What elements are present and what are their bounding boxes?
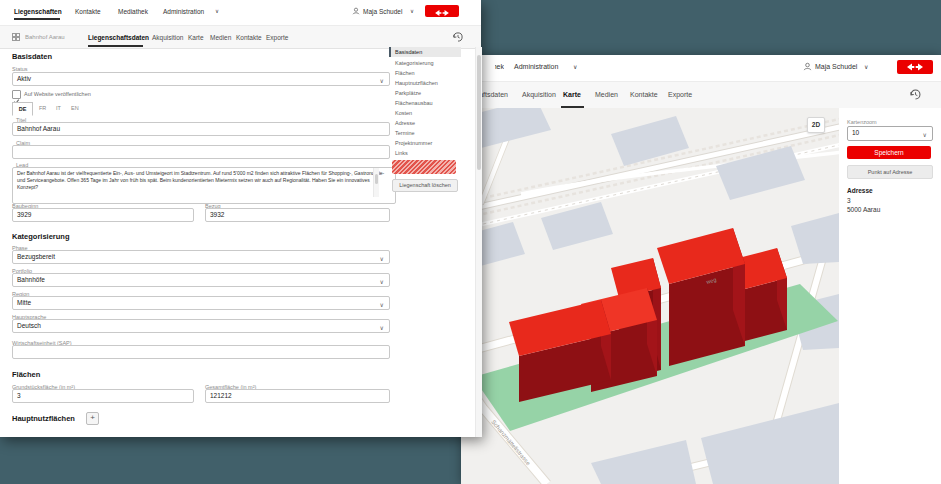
user-menu[interactable]: Maja Schudel	[363, 8, 402, 15]
lang-tab-en[interactable]: EN	[71, 105, 79, 111]
tab-exporte[interactable]: Exporte	[266, 34, 288, 41]
map-side-panel: Kartenzoom 10 Speichern Punkt auf Adress…	[839, 108, 941, 484]
lead-scrollbar[interactable]	[373, 168, 379, 197]
sbb-logo[interactable]	[425, 5, 459, 17]
lang-tab-de[interactable]: DE	[12, 102, 33, 116]
sbb-logo[interactable]	[897, 60, 933, 74]
bezug-input[interactable]: 3932	[205, 208, 390, 222]
adresse-heading: Adresse	[847, 187, 873, 194]
phase-value: Bezugsbereit	[17, 253, 55, 260]
map-canvas[interactable]: Schanzmättelistrasse weg	[461, 108, 839, 484]
tab-akquisition[interactable]: Akquisition	[522, 91, 556, 98]
hauptsprache-select[interactable]: Deutsch	[12, 319, 390, 333]
quicknav-projektnummer[interactable]: Projektnummer	[389, 138, 461, 148]
phase-select[interactable]: Bezugsbereit	[12, 250, 390, 264]
hauptsprache-value: Deutsch	[17, 322, 41, 329]
tab-liegenschaftsdaten[interactable]: Liegenschaftsdaten	[88, 34, 149, 41]
chevron-down-icon: ∨	[864, 63, 868, 70]
nav-administration[interactable]: Administration	[163, 8, 204, 15]
gesamtflaeche-input[interactable]: 121212	[205, 389, 390, 403]
history-icon[interactable]	[452, 31, 464, 43]
map-window-tabbar: Liegenschaftsdaten Akquisition Karte Med…	[461, 81, 941, 110]
kartenzoom-select[interactable]: 10	[847, 126, 933, 141]
user-icon	[803, 62, 812, 71]
quicknav-parkplaetze[interactable]: Parkplätze	[389, 88, 461, 98]
tab-medien[interactable]: Medien	[210, 34, 231, 41]
form-window-tabbar: Bahnhof Aarau Liegenschaftsdaten Akquisi…	[0, 25, 481, 49]
section-hauptnutzflaechen: Hauptnutzflächen	[12, 414, 75, 423]
portfolio-select[interactable]: Bahnhöfe	[12, 273, 390, 287]
nav-kontakte[interactable]: Kontakte	[75, 8, 101, 15]
grundstuecksflaeche-input[interactable]: 3	[12, 389, 194, 403]
lang-tab-it[interactable]: IT	[56, 105, 61, 111]
nav-administration[interactable]: Administration	[514, 63, 558, 70]
sap-input[interactable]	[12, 345, 390, 359]
chevron-down-icon: ∨	[215, 8, 219, 14]
quicknav-hauptnutzflaechen[interactable]: Hauptnutzflächen	[389, 78, 461, 88]
kartenzoom-label: Kartenzoom	[847, 119, 877, 125]
tab-medien[interactable]: Medien	[595, 91, 618, 98]
portfolio-value: Bahnhöfe	[17, 276, 45, 283]
desktop: { "colors":{"accent_red":"#eb0000","dark…	[0, 0, 941, 484]
adresse-line1: 3	[847, 197, 851, 204]
window-scrollbar-thumb[interactable]	[477, 55, 481, 170]
tab-kontakte[interactable]: Kontakte	[236, 34, 262, 41]
liegenschaft-loeschen-button[interactable]: Liegenschaft löschen	[392, 179, 458, 192]
grid-icon[interactable]	[12, 33, 20, 41]
quicknav-kategorisierung[interactable]: Kategorisierung	[389, 58, 461, 68]
add-hauptnutzflaeche-button[interactable]: +	[86, 412, 99, 425]
nav-liegenschaften[interactable]: Liegenschaften	[14, 8, 62, 15]
region-value: Mitte	[17, 299, 31, 306]
chevron-down-icon: ∨	[573, 63, 577, 70]
tab-kontakte[interactable]: Kontakte	[630, 91, 658, 98]
lang-tab-fr[interactable]: FR	[39, 105, 46, 111]
quicknav-termine[interactable]: Termine	[389, 128, 461, 138]
speichern-button[interactable]: Speichern	[847, 146, 931, 159]
baubeginn-input[interactable]: 3929	[12, 208, 194, 222]
user-icon	[352, 7, 360, 15]
sbb-double-arrow-icon	[425, 7, 459, 19]
form-window-topnav: Liegenschaften Kontakte Mediathek Admini…	[0, 0, 481, 25]
quicknav-flaechenausbau[interactable]: Flächenausbau	[389, 98, 461, 108]
region-select[interactable]: Mitte	[12, 296, 390, 310]
publish-checkbox-label: Auf Website veröffentlichen	[24, 91, 91, 97]
titel-input[interactable]: Bahnhof Aarau	[12, 122, 390, 136]
tab-karte[interactable]: Karte	[188, 34, 204, 41]
tab-karte[interactable]: Karte	[563, 91, 581, 98]
map-2d-toggle-button[interactable]: 2D	[807, 117, 825, 133]
quicknav-adresse[interactable]: Adresse	[389, 118, 461, 128]
history-icon[interactable]	[909, 88, 922, 101]
lead-scrollbar-thumb[interactable]	[375, 174, 378, 184]
status-value: Aktiv	[17, 75, 31, 82]
quicknav-links[interactable]: Links	[389, 148, 461, 158]
section-basisdaten: Basisdaten	[12, 52, 52, 61]
kartenzoom-value: 10	[852, 129, 859, 136]
section-flaechen: Flächen	[12, 370, 40, 379]
publish-checkbox[interactable]	[12, 90, 21, 99]
hatched-status-box[interactable]	[392, 160, 456, 174]
chevron-down-icon: ∨	[410, 8, 414, 14]
claim-input[interactable]	[12, 145, 390, 159]
nav-mediathek[interactable]: Mediathek	[118, 8, 148, 15]
sbb-double-arrow-icon	[897, 60, 933, 74]
tab-exporte[interactable]: Exporte	[668, 91, 692, 98]
user-menu[interactable]: Maja Schudel	[815, 63, 857, 70]
quicknav-flaechen[interactable]: Flächen	[389, 68, 461, 78]
map-window-topnav: Mediathek Administration ∨ Maja Schudel …	[461, 55, 941, 81]
status-select[interactable]: Aktiv	[12, 72, 390, 86]
map-window: Mediathek Administration ∨ Maja Schudel …	[461, 55, 941, 484]
active-tab-underline	[88, 45, 143, 47]
active-nav-underline	[14, 18, 60, 20]
breadcrumb: Bahnhof Aarau	[25, 34, 65, 40]
map-3d-scene: Schanzmättelistrasse weg	[461, 108, 839, 484]
section-kategorisierung: Kategorisierung	[12, 232, 70, 241]
form-window: Liegenschaften Kontakte Mediathek Admini…	[0, 0, 481, 437]
quicknav-basisdaten[interactable]: Basisdaten	[389, 47, 461, 57]
adresse-line2: 5000 Aarau	[847, 206, 880, 213]
tab-akquisition[interactable]: Akquisition	[152, 34, 183, 41]
quicknav-kosten[interactable]: Kosten	[389, 108, 461, 118]
lead-textarea[interactable]: Der Bahnhof Aarau ist der vielfrequentie…	[12, 167, 396, 204]
window-scrollbar[interactable]	[475, 47, 482, 437]
nav-mediathek-clipped[interactable]: Mediathek	[495, 63, 504, 70]
punkt-auf-adresse-button[interactable]: Punkt auf Adresse	[847, 165, 933, 179]
